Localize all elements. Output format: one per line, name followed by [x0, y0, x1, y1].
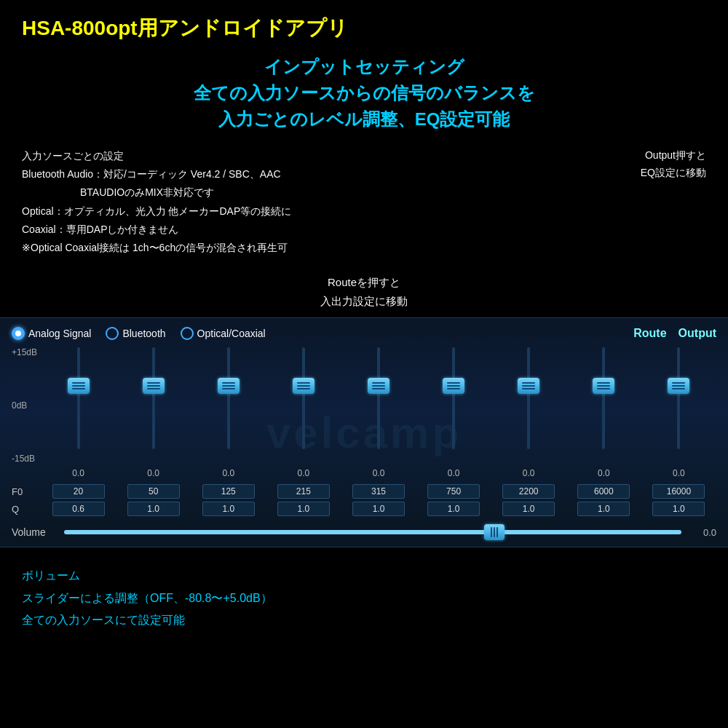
db-val-1: 0.0 — [116, 468, 191, 478]
f0-inputs — [41, 484, 716, 499]
f0-input-6[interactable] — [502, 484, 555, 499]
volume-slider-thumb[interactable] — [484, 524, 505, 540]
v-slider-thumb-5[interactable] — [443, 378, 464, 394]
q-input-7[interactable] — [577, 502, 630, 516]
analog-signal-label: Analog Signal — [28, 328, 91, 339]
analog-radio[interactable] — [12, 327, 25, 340]
v-slider-thumb-8[interactable] — [668, 378, 689, 394]
slider-col-3 — [266, 347, 341, 464]
eq-panel: velcamp Analog Signal Bluetooth Optical/… — [0, 317, 728, 547]
thumb-line-1-2 — [147, 388, 160, 389]
output-note-line2: EQ設定に移動 — [641, 165, 706, 182]
bluetooth-radio[interactable] — [106, 327, 119, 340]
thumb-line-7-2 — [597, 388, 610, 389]
thumb-line-4-2 — [372, 388, 385, 389]
db-val-7: 0.0 — [566, 468, 641, 478]
f0-input-4[interactable] — [352, 484, 405, 499]
q-input-3[interactable] — [277, 502, 330, 516]
thumb-lines-2 — [222, 382, 235, 389]
v-slider-track-4[interactable] — [377, 347, 380, 449]
v-slider-track-7[interactable] — [602, 347, 605, 449]
optical-radio[interactable] — [181, 327, 194, 340]
db-val-col-2: 0.0 — [191, 468, 266, 478]
info-line6: ※Optical Coaxial接続は 1ch〜6chの信号が混合され再生可 — [22, 239, 641, 257]
f0-input-2[interactable] — [202, 484, 255, 499]
slider-col-0 — [41, 347, 116, 464]
db-sliders-container: +15dB 0dB -15dB — [12, 347, 716, 464]
top-section: HSA-800opt用アンドロイドアプリ インプットセッティング 全ての入力ソー… — [0, 0, 728, 317]
v-slider-track-5[interactable] — [452, 347, 455, 449]
v-slider-track-1[interactable] — [152, 347, 155, 449]
thumb-line-0-1 — [72, 385, 85, 387]
thumb-line-1-1 — [147, 385, 160, 387]
f0-label: F0 — [12, 486, 41, 497]
info-left: 入力ソースごとの設定 Bluetooth Audio：対応/コーディック Ver… — [22, 147, 641, 264]
thumb-lines-0 — [72, 382, 85, 389]
thumb-lines — [491, 527, 498, 537]
v-slider-thumb-6[interactable] — [518, 378, 539, 394]
thumb-lines-6 — [522, 382, 535, 389]
q-input-2[interactable] — [202, 502, 255, 516]
v-slider-thumb-0[interactable] — [68, 378, 90, 394]
thumb-lines-7 — [597, 382, 610, 389]
v-slider-track-6[interactable] — [527, 347, 530, 449]
volume-slider-track[interactable] — [64, 530, 681, 534]
f0-input-1[interactable] — [127, 484, 180, 499]
route-note-line1: Routeを押すと — [22, 273, 706, 292]
f0-input-8[interactable] — [652, 484, 705, 499]
route-button[interactable]: Route — [633, 327, 666, 340]
db-val-4: 0.0 — [341, 468, 416, 478]
q-input-8[interactable] — [652, 502, 705, 516]
v-slider-track-0[interactable] — [77, 347, 80, 449]
f0-input-3[interactable] — [277, 484, 330, 499]
thumb-line-1-0 — [147, 382, 160, 384]
v-slider-thumb-4[interactable] — [368, 378, 389, 394]
db-val-col-5: 0.0 — [416, 468, 491, 478]
v-slider-track-3[interactable] — [302, 347, 305, 449]
thumb-line-5-2 — [447, 388, 460, 389]
volume-value: 0.0 — [690, 527, 716, 538]
output-note-line1: Output押すと — [641, 147, 706, 165]
db-val-5: 0.0 — [416, 468, 491, 478]
db-val-col-0: 0.0 — [41, 468, 116, 478]
thumb-lines-8 — [672, 382, 685, 389]
thumb-line-7-1 — [597, 385, 610, 387]
db-val-col-8: 0.0 — [641, 468, 716, 478]
info-line2: Bluetooth Audio：対応/コーディック Ver4.2 / SBC、A… — [22, 165, 641, 183]
bluetooth-btn[interactable]: Bluetooth — [106, 327, 165, 340]
nav-buttons: Route Output — [633, 327, 716, 340]
thumb-line-8-2 — [672, 388, 685, 389]
optical-coaxial-btn[interactable]: Optical/Coaxial — [181, 327, 266, 340]
slider-col-7 — [566, 347, 641, 464]
volume-label: Volume — [12, 526, 55, 538]
thumb-line-3-1 — [297, 385, 310, 387]
v-slider-thumb-7[interactable] — [593, 378, 614, 394]
thumb-line-6-2 — [522, 388, 535, 389]
q-input-1[interactable] — [127, 502, 180, 516]
v-slider-track-8[interactable] — [677, 347, 680, 449]
db-val-0: 0.0 — [41, 468, 116, 478]
f0-input-5[interactable] — [427, 484, 480, 499]
v-slider-thumb-1[interactable] — [143, 378, 165, 394]
slider-col-4 — [341, 347, 416, 464]
db-val-3: 0.0 — [266, 468, 341, 478]
bottom-line1: ボリューム — [22, 565, 706, 587]
q-input-5[interactable] — [427, 502, 480, 516]
output-button[interactable]: Output — [678, 327, 716, 340]
q-input-6[interactable] — [502, 502, 555, 516]
q-input-4[interactable] — [352, 502, 405, 516]
v-slider-thumb-2[interactable] — [218, 378, 240, 394]
thumb-line-3-2 — [297, 388, 310, 389]
thumb-lines-1 — [147, 382, 160, 389]
v-slider-track-2[interactable] — [227, 347, 230, 449]
analog-signal-btn[interactable]: Analog Signal — [12, 327, 91, 340]
bottom-line2: スライダーによる調整（OFF、-80.8〜+5.0dB） — [22, 587, 706, 609]
q-input-0[interactable] — [52, 502, 105, 516]
thumb-line-0-2 — [72, 388, 85, 389]
info-line4: Optical：オプティカル、光入力 他メーカーDAP等の接続に — [22, 202, 641, 221]
q-inputs — [41, 502, 716, 516]
v-slider-thumb-3[interactable] — [293, 378, 314, 394]
f0-input-7[interactable] — [577, 484, 630, 499]
f0-input-0[interactable] — [52, 484, 105, 499]
db-label-bot: -15dB — [12, 454, 35, 464]
